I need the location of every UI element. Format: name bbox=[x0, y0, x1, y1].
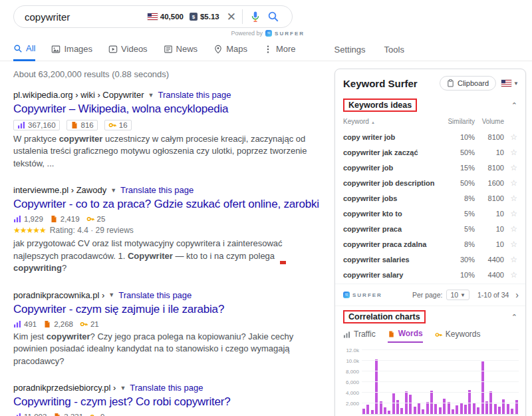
clipboard-button[interactable]: Clipboard bbox=[440, 76, 496, 91]
star-icon[interactable]: ☆ bbox=[504, 132, 517, 142]
microphone-icon[interactable] bbox=[249, 11, 261, 23]
chevron-down-icon[interactable]: ▼ bbox=[108, 292, 114, 298]
tab-maps[interactable]: Maps bbox=[213, 43, 247, 61]
chart-bar[interactable] bbox=[468, 390, 471, 414]
breadcrumb-text[interactable]: poradnikpracownika.pl › bbox=[13, 290, 104, 300]
country-select[interactable]: ▼ bbox=[501, 80, 519, 87]
next-page-icon[interactable]: › bbox=[515, 290, 519, 300]
result-title-link[interactable]: Copywriter – Wikipedia, wolna encykloped… bbox=[13, 103, 331, 116]
search-result: poradnikprzedsiebiorcy.pl › ▼ Translate … bbox=[13, 383, 331, 416]
star-icon[interactable]: ☆ bbox=[504, 240, 517, 249]
chevron-down-icon[interactable]: ▼ bbox=[148, 92, 154, 99]
chart-bar[interactable] bbox=[439, 407, 442, 414]
chart-tab-keywords[interactable]: Keywords bbox=[435, 329, 481, 343]
chart-bar[interactable] bbox=[507, 404, 509, 414]
settings-button[interactable]: Settings bbox=[334, 45, 366, 55]
search-box[interactable]: 40,500 $ $5.13 ✕ bbox=[13, 5, 293, 28]
chart-bar[interactable] bbox=[481, 361, 484, 414]
breadcrumb-text[interactable]: interviewme.pl › Zawody bbox=[13, 185, 106, 195]
chart-bar[interactable] bbox=[392, 393, 395, 414]
translate-link[interactable]: Translate this page bbox=[120, 185, 194, 195]
chart-bar[interactable] bbox=[502, 399, 505, 414]
chart-bar[interactable] bbox=[456, 405, 458, 414]
tab-more[interactable]: More bbox=[263, 43, 296, 61]
chart-bar[interactable] bbox=[511, 409, 513, 414]
result-title-link[interactable]: Copywriter - czym się zajmuje i ile zara… bbox=[13, 303, 331, 316]
keyword-row[interactable]: copywriter jak zacząć 50% 10 ☆ bbox=[343, 144, 517, 160]
more-icon bbox=[263, 45, 273, 54]
column-keyword[interactable]: Keyword▲ bbox=[343, 118, 440, 125]
chart-bar[interactable] bbox=[473, 403, 475, 414]
keyword-row[interactable]: copy writer job 10% 8100 ☆ bbox=[343, 129, 517, 144]
chart-bar[interactable] bbox=[464, 405, 467, 414]
column-volume[interactable]: Volume bbox=[475, 118, 504, 125]
clear-search-icon[interactable]: ✕ bbox=[227, 10, 236, 24]
keyword-row[interactable]: copywriter jobs 8% 8100 ☆ bbox=[343, 190, 517, 206]
chart-bar[interactable] bbox=[443, 399, 446, 414]
chart-tab-traffic[interactable]: Traffic bbox=[343, 329, 376, 343]
star-icon[interactable]: ☆ bbox=[504, 163, 517, 172]
result-snippet: Kim jest copywriter? Czy jego praca pole… bbox=[13, 331, 326, 367]
chart-bar[interactable] bbox=[414, 407, 416, 414]
chart-bar[interactable] bbox=[448, 402, 450, 414]
keyword-row[interactable]: copywriter job description 50% 1600 ☆ bbox=[343, 175, 517, 190]
search-input[interactable] bbox=[25, 11, 148, 23]
star-icon[interactable]: ☆ bbox=[504, 209, 517, 218]
star-icon[interactable]: ☆ bbox=[504, 148, 517, 157]
keyword-row[interactable]: copywriter praca zdalna 8% 10 ☆ bbox=[343, 236, 517, 252]
traffic-value: 1,929 bbox=[24, 215, 43, 223]
keyword-row[interactable]: copywriter salary 10% 4400 ☆ bbox=[343, 267, 517, 282]
chart-bar[interactable] bbox=[384, 407, 386, 414]
chevron-down-icon[interactable]: ▼ bbox=[120, 385, 126, 391]
tab-images[interactable]: Images bbox=[51, 43, 92, 61]
result-title-link[interactable]: Copywriting - czym jest? Co robi copywri… bbox=[13, 395, 331, 409]
tab-all[interactable]: All bbox=[13, 43, 35, 61]
tab-news[interactable]: News bbox=[164, 43, 198, 61]
similarity-cell: 10% bbox=[440, 133, 475, 141]
translate-link[interactable]: Translate this page bbox=[158, 90, 231, 100]
chart-bar[interactable] bbox=[494, 404, 497, 414]
keyword-row[interactable]: copywriter praca 5% 10 ☆ bbox=[343, 221, 517, 236]
collapse-icon[interactable]: ⌃ bbox=[511, 313, 517, 321]
chart-bar[interactable] bbox=[409, 395, 412, 414]
breadcrumb-text[interactable]: pl.wikipedia.org › wiki › Copywriter bbox=[13, 90, 144, 100]
chart-bar[interactable] bbox=[426, 402, 429, 414]
search-submit-icon[interactable] bbox=[267, 11, 279, 23]
chart-bar[interactable] bbox=[388, 411, 390, 414]
keyword-row[interactable]: copywriter kto to 5% 10 ☆ bbox=[343, 206, 517, 221]
star-icon[interactable]: ☆ bbox=[504, 255, 517, 264]
chart-bar[interactable] bbox=[371, 410, 374, 414]
correlation-chart: 12.0k10.0k8,0006,0004,0002,000 135791113… bbox=[335, 343, 525, 416]
chart-bar[interactable] bbox=[422, 409, 424, 414]
star-icon[interactable]: ☆ bbox=[504, 194, 517, 203]
chart-tab-words[interactable]: Words bbox=[388, 329, 423, 343]
keyword-row[interactable]: copywriter job 15% 8100 ☆ bbox=[343, 160, 517, 175]
star-icon[interactable]: ☆ bbox=[504, 178, 517, 188]
per-page-select[interactable]: 10 ▼ bbox=[446, 290, 469, 300]
chart-bar[interactable] bbox=[418, 403, 420, 414]
panel-header: Keyword Surfer Clipboard ▼ bbox=[335, 69, 525, 95]
chart-bar[interactable] bbox=[375, 359, 378, 414]
chart-bar[interactable] bbox=[434, 404, 437, 414]
chart-bar[interactable] bbox=[477, 407, 479, 414]
words-metric: 2,419 bbox=[50, 215, 80, 223]
chart-bar[interactable] bbox=[452, 409, 454, 414]
chart-bar[interactable] bbox=[366, 405, 369, 414]
keyword-cell: copywriter jobs bbox=[343, 194, 440, 202]
chart-bar[interactable] bbox=[362, 409, 365, 414]
chart-bar[interactable] bbox=[400, 408, 403, 414]
result-title-link[interactable]: Copywriter - co to za praca? Gdzie szuka… bbox=[13, 198, 331, 211]
star-icon[interactable]: ☆ bbox=[504, 270, 517, 280]
collapse-icon[interactable]: ⌃ bbox=[511, 101, 517, 110]
chevron-down-icon[interactable]: ▼ bbox=[110, 187, 116, 194]
chart-bar[interactable] bbox=[498, 407, 501, 414]
keyword-row[interactable]: copywriter salaries 30% 4400 ☆ bbox=[343, 252, 517, 267]
translate-link[interactable]: Translate this page bbox=[130, 383, 203, 393]
column-similarity[interactable]: Similarity bbox=[440, 118, 475, 125]
tools-button[interactable]: Tools bbox=[384, 45, 404, 55]
tab-videos[interactable]: Videos bbox=[108, 43, 148, 61]
star-icon[interactable]: ☆ bbox=[504, 224, 517, 234]
breadcrumb-text[interactable]: poradnikprzedsiebiorcy.pl › bbox=[13, 383, 116, 393]
translate-link[interactable]: Translate this page bbox=[118, 290, 192, 300]
chart-bar[interactable] bbox=[460, 403, 463, 414]
